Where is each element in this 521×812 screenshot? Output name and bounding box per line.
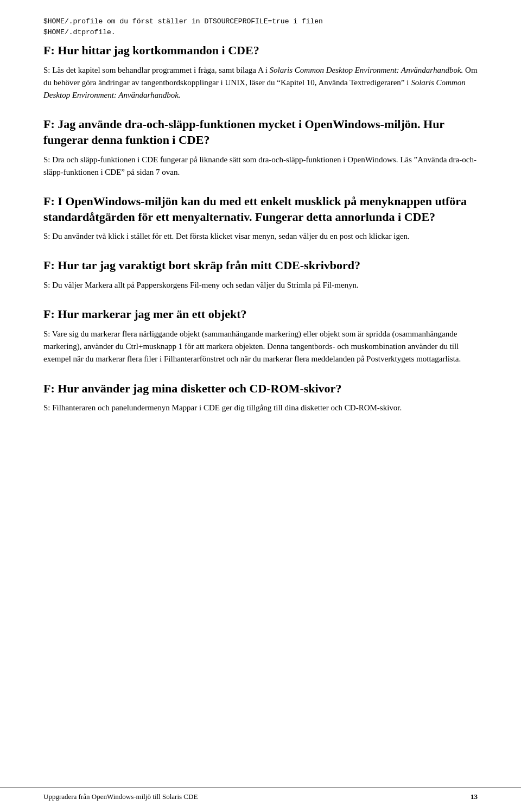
section-2: F: Jag använde dra-och-släpp-funktionen … (43, 117, 478, 179)
answer-2: S: Dra och släpp-funktionen i CDE funger… (43, 154, 478, 179)
answer-text-2: S: Dra och släpp-funktionen i CDE funger… (43, 154, 478, 179)
code-block: $HOME/.profile om du först ställer in DT… (43, 16, 478, 37)
page: $HOME/.profile om du först ställer in DT… (0, 0, 521, 812)
question-1: F: Hur hittar jag kortkommandon i CDE? (43, 43, 478, 59)
footer-left: Uppgradera från OpenWindows-miljö till S… (43, 792, 198, 801)
answer-text-4: S: Du väljer Markera allt på Papperskorg… (43, 279, 478, 291)
question-4: F: Hur tar jag varaktigt bort skräp från… (43, 258, 478, 274)
answer-text-3: S: Du använder två klick i stället för e… (43, 230, 478, 243)
answer-4: S: Du väljer Markera allt på Papperskorg… (43, 279, 478, 291)
answer-text-1: S: Läs det kapitel som behandlar program… (43, 64, 478, 102)
answer-text-5: S: Vare sig du markerar flera närliggand… (43, 328, 478, 366)
code-line1: $HOME/.profile om du först ställer in DT… (43, 17, 323, 26)
section-6: F: Hur använder jag mina disketter och C… (43, 381, 478, 415)
section-1: F: Hur hittar jag kortkommandon i CDE? S… (43, 43, 478, 101)
question-2: F: Jag använde dra-och-släpp-funktionen … (43, 117, 478, 148)
question-6: F: Hur använder jag mina disketter och C… (43, 381, 478, 397)
section-5: F: Hur markerar jag mer än ett objekt? S… (43, 307, 478, 365)
section-3: F: I OpenWindows-miljön kan du med ett e… (43, 194, 478, 243)
italic-1: Solaris Common Desktop Environment: Anvä… (270, 66, 463, 74)
section-4: F: Hur tar jag varaktigt bort skräp från… (43, 258, 478, 291)
answer-1: S: Läs det kapitel som behandlar program… (43, 64, 478, 102)
question-5: F: Hur markerar jag mer än ett objekt? (43, 307, 478, 322)
answer-text-6: S: Filhanteraren och panelundermenyn Map… (43, 402, 478, 414)
answer-6: S: Filhanteraren och panelundermenyn Map… (43, 402, 478, 414)
answer-5: S: Vare sig du markerar flera närliggand… (43, 328, 478, 366)
code-line2: $HOME/.dtprofile. (43, 28, 116, 36)
italic-2: Solaris Common Desktop Environment: Anvä… (43, 78, 466, 99)
answer-3: S: Du använder två klick i stället för e… (43, 230, 478, 243)
question-3: F: I OpenWindows-miljön kan du med ett e… (43, 194, 478, 225)
footer-page-number: 13 (471, 792, 478, 801)
page-footer: Uppgradera från OpenWindows-miljö till S… (0, 788, 521, 801)
